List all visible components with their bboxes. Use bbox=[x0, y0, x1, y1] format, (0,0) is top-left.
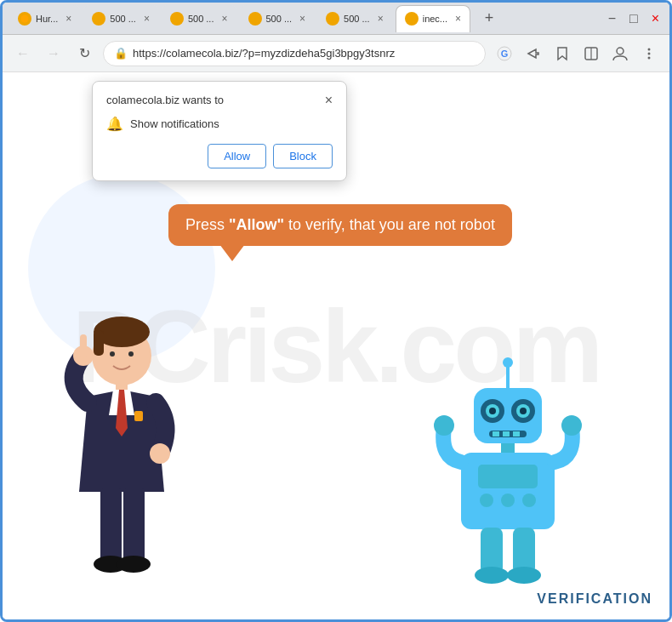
person-figure bbox=[37, 305, 207, 594]
tab-5-close[interactable]: × bbox=[378, 13, 384, 25]
address-field[interactable]: 🔒 https://colamecola.biz/?p=myzdizdeha5g… bbox=[103, 41, 486, 66]
svg-rect-43 bbox=[478, 465, 538, 488]
svg-point-44 bbox=[480, 494, 493, 507]
svg-point-10 bbox=[617, 48, 624, 54]
svg-point-12 bbox=[648, 52, 651, 54]
tab-6[interactable]: inec... × bbox=[396, 5, 470, 32]
svg-point-26 bbox=[117, 556, 151, 573]
svg-text:G: G bbox=[501, 49, 509, 59]
block-button[interactable]: Block bbox=[273, 144, 333, 168]
svg-point-47 bbox=[434, 415, 454, 436]
tab-6-icon bbox=[405, 12, 419, 26]
svg-point-52 bbox=[507, 567, 541, 584]
svg-point-13 bbox=[648, 56, 651, 59]
menu-icon[interactable] bbox=[637, 42, 661, 66]
svg-rect-39 bbox=[503, 431, 510, 437]
tab-5-label: 500 ... bbox=[344, 14, 370, 24]
profile-icon[interactable] bbox=[608, 42, 632, 66]
svg-rect-16 bbox=[94, 330, 104, 356]
tab-4-close[interactable]: × bbox=[299, 13, 305, 25]
tab-1-label: Hur... bbox=[36, 14, 58, 24]
browser-window: Hur... × 500 ... × 500 ... × 500 ... × bbox=[0, 0, 672, 622]
title-bar: Hur... × 500 ... × 500 ... × 500 ... × bbox=[3, 3, 669, 35]
minimize-button[interactable]: − bbox=[605, 9, 619, 28]
popup-buttons: Allow Block bbox=[106, 144, 333, 168]
close-window-button[interactable]: × bbox=[648, 9, 663, 28]
tab-4-label: 500 ... bbox=[266, 14, 293, 24]
svg-rect-38 bbox=[493, 431, 499, 437]
svg-point-48 bbox=[561, 415, 582, 436]
maximize-button[interactable]: □ bbox=[626, 9, 641, 28]
svg-rect-42 bbox=[461, 453, 555, 529]
robot-figure bbox=[431, 356, 584, 594]
tab-3[interactable]: 500 ... × bbox=[162, 5, 236, 32]
address-actions: G bbox=[493, 42, 661, 66]
svg-point-18 bbox=[128, 351, 134, 357]
tab-6-close[interactable]: × bbox=[455, 13, 461, 25]
svg-point-35 bbox=[489, 408, 496, 414]
svg-point-22 bbox=[150, 443, 170, 464]
google-icon[interactable]: G bbox=[493, 42, 516, 66]
svg-point-36 bbox=[520, 408, 527, 414]
tab-4[interactable]: 500 ... × bbox=[240, 5, 315, 32]
tab-6-label: inec... bbox=[423, 14, 447, 24]
share-icon[interactable] bbox=[521, 42, 545, 66]
svg-point-29 bbox=[503, 357, 513, 368]
svg-rect-41 bbox=[501, 443, 515, 454]
bell-icon: 🔔 bbox=[106, 116, 123, 132]
back-button[interactable]: ← bbox=[11, 42, 35, 66]
speech-bold: "Allow" bbox=[229, 216, 284, 233]
svg-point-0 bbox=[21, 14, 29, 22]
svg-rect-21 bbox=[80, 334, 87, 358]
popup-item-text: Show notifications bbox=[130, 117, 219, 130]
popup-item: 🔔 Show notifications bbox=[106, 116, 333, 132]
svg-rect-23 bbox=[100, 488, 122, 564]
tab-4-icon bbox=[248, 12, 262, 26]
forward-icon: → bbox=[47, 46, 60, 61]
tab-5[interactable]: 500 ... × bbox=[317, 5, 392, 32]
lock-icon: 🔒 bbox=[114, 47, 128, 60]
url-text: https://colamecola.biz/?p=myzdizdeha5gi3… bbox=[133, 47, 475, 60]
tab-3-label: 500 ... bbox=[188, 14, 214, 24]
tab-2-label: 500 ... bbox=[110, 14, 136, 24]
bookmark-icon[interactable] bbox=[550, 42, 574, 66]
svg-point-51 bbox=[475, 567, 509, 584]
svg-point-45 bbox=[501, 494, 515, 507]
popup-close-button[interactable]: × bbox=[325, 94, 333, 107]
popup-header: colamecola.biz wants to × bbox=[106, 94, 333, 107]
new-tab-button[interactable]: + bbox=[477, 7, 501, 31]
tab-5-icon bbox=[326, 12, 339, 26]
back-icon: ← bbox=[16, 46, 30, 61]
tab-3-close[interactable]: × bbox=[221, 13, 227, 25]
svg-point-17 bbox=[110, 351, 115, 357]
svg-rect-24 bbox=[123, 488, 145, 564]
svg-rect-27 bbox=[134, 411, 143, 421]
browser-view-icon[interactable] bbox=[579, 42, 603, 66]
page-content: PCrisk.com colamecola.biz wants to × 🔔 S… bbox=[3, 72, 669, 619]
tab-3-icon bbox=[170, 12, 184, 26]
tab-2-icon bbox=[92, 12, 105, 26]
forward-button[interactable]: → bbox=[42, 42, 65, 66]
reload-button[interactable]: ↻ bbox=[72, 42, 96, 66]
tab-1-icon bbox=[18, 12, 31, 26]
svg-point-46 bbox=[522, 494, 536, 507]
notification-popup: colamecola.biz wants to × 🔔 Show notific… bbox=[92, 81, 347, 181]
tab-1-close[interactable]: × bbox=[65, 13, 71, 25]
tab-2-close[interactable]: × bbox=[144, 13, 150, 25]
speech-bubble: Press "Allow" to verify, that you are no… bbox=[168, 204, 512, 246]
window-controls: − □ × bbox=[605, 9, 663, 28]
address-bar: ← → ↻ 🔒 https://colamecola.biz/?p=myzdiz… bbox=[3, 35, 669, 72]
svg-rect-40 bbox=[513, 431, 520, 437]
reload-icon: ↻ bbox=[79, 45, 90, 61]
tab-2[interactable]: 500 ... × bbox=[83, 5, 158, 32]
svg-point-11 bbox=[648, 48, 651, 50]
tab-1[interactable]: Hur... × bbox=[9, 5, 80, 32]
allow-button[interactable]: Allow bbox=[208, 144, 266, 168]
popup-title: colamecola.biz wants to bbox=[106, 94, 224, 106]
verification-text: VERIFICATION bbox=[537, 591, 652, 607]
speech-text: Press "Allow" to verify, that you are no… bbox=[185, 216, 495, 233]
